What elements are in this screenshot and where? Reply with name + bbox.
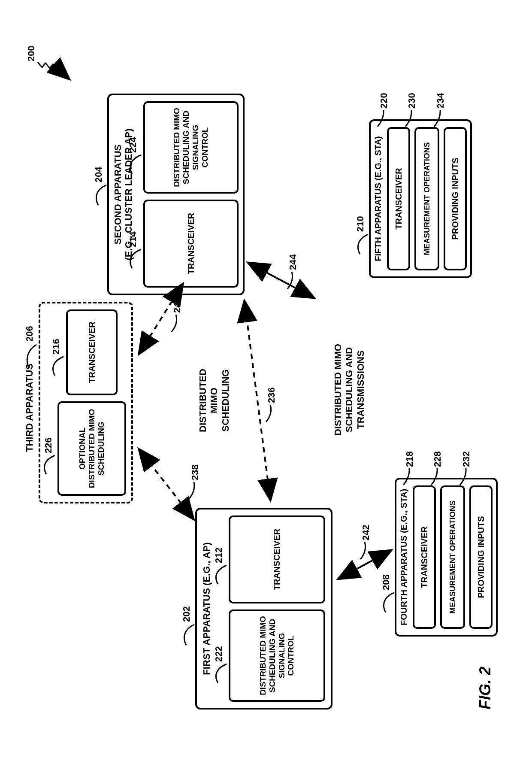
first-transceiver-box: TRANSCEIVER [229, 515, 325, 603]
ref-230: 230 [406, 93, 417, 109]
fifth-title: FIFTH APPARATUS (E.G., STA) [373, 121, 383, 276]
third-apparatus-box: OPTIONAL DISTRIBUTED MIMO SCHEDULING TRA… [39, 302, 133, 503]
ref-240: 240 [172, 297, 183, 313]
lower-label-l2: SCHEDULING AND [344, 347, 354, 432]
first-transceiver-label: TRANSCEIVER [272, 529, 282, 590]
svg-line-5 [249, 263, 313, 297]
fourth-apparatus-box: FOURTH APPARATUS (E.G., STA) TRANSCEIVER… [395, 478, 498, 637]
third-transceiver-box: TRANSCEIVER [66, 309, 118, 395]
ref-244: 244 [287, 254, 299, 270]
ref-226: 226 [43, 437, 54, 453]
ref-212: 212 [213, 547, 224, 563]
ref-222: 222 [213, 646, 224, 662]
second-transceiver-box: TRANSCEIVER [143, 200, 239, 288]
first-apparatus-box: FIRST APPARATUS (E.G., AP) DISTRIBUTED M… [195, 508, 332, 709]
first-title: FIRST APPARATUS (E.G., AP) [201, 509, 212, 708]
second-dmimo-box: DISTRIBUTED MIMO SCHEDULING AND SIGNALIN… [143, 101, 239, 194]
ref-236: 236 [266, 387, 277, 403]
ref-206: 206 [24, 326, 35, 342]
second-transceiver-label: TRANSCEIVER [186, 213, 196, 274]
lower-label-l3: TRANSMISSIONS [355, 350, 366, 429]
svg-line-1 [139, 450, 193, 518]
ref-208: 208 [381, 574, 392, 590]
center-label-l2: MIMO [209, 388, 219, 413]
fifth-apparatus-box: FIFTH APPARATUS (E.G., STA) TRANSCEIVER … [369, 119, 472, 278]
fifth-inputs-label: PROVIDING INPUTS [450, 158, 460, 240]
ref-204: 204 [93, 167, 104, 182]
lower-label-l1: DISTRIBUTED MIMO [332, 344, 343, 436]
center-label-l1: DISTRIBUTED [197, 369, 208, 432]
ref-216: 216 [51, 339, 62, 355]
second-dmimo-label: DISTRIBUTED MIMO SCHEDULING AND SIGNALIN… [172, 106, 209, 189]
fifth-meas-label: MEASUREMENT OPERATIONS [423, 142, 432, 255]
fifth-inputs-box: PROVIDING INPUTS [444, 127, 467, 270]
center-label-l3: SCHEDULING [220, 369, 231, 431]
fifth-meas-box: MEASUREMENT OPERATIONS [414, 127, 439, 270]
page: 200 OPTIONAL DISTRIBUTED MIMO SCHEDULING… [0, 0, 532, 758]
ref-220: 220 [378, 93, 390, 109]
third-title: THIRD APPARATUS [24, 364, 35, 452]
second-apparatus-box: SECOND APPARATUS (E.G., CLUSTER LEADER A… [107, 94, 245, 295]
fourth-transceiver-label: TRANSCEIVER [420, 526, 429, 588]
first-dmimo-box: DISTRIBUTED MIMO SCHEDULING AND SIGNALIN… [229, 609, 325, 702]
fourth-inputs-box: PROVIDING INPUTS [469, 485, 493, 629]
figure-label: FIG. 2 [476, 667, 494, 709]
ref-234: 234 [435, 93, 446, 109]
svg-line-0 [52, 64, 69, 79]
third-transceiver-label: TRANSCEIVER [87, 321, 97, 383]
ref-224: 224 [127, 137, 139, 153]
fourth-meas-box: MEASUREMENT OPERATIONS [440, 485, 465, 629]
fourth-transceiver-box: TRANSCEIVER [413, 485, 436, 629]
fifth-transceiver-box: TRANSCEIVER [387, 127, 410, 270]
ref-200: 200 [26, 45, 37, 61]
ref-214: 214 [127, 231, 139, 247]
fourth-title: FOURTH APPARATUS (E.G., STA) [399, 479, 409, 635]
diagram-canvas: 200 OPTIONAL DISTRIBUTED MIMO SCHEDULING… [21, 18, 511, 731]
ref-228: 228 [432, 451, 443, 467]
fourth-meas-label: MEASUREMENT OPERATIONS [448, 500, 457, 614]
third-optional-box: OPTIONAL DISTRIBUTED MIMO SCHEDULING [57, 401, 126, 496]
fourth-inputs-label: PROVIDING INPUTS [476, 516, 486, 598]
ref-238: 238 [190, 464, 201, 480]
ref-210: 210 [355, 216, 366, 232]
lower-label: DISTRIBUTED MIMO SCHEDULING AND TRANSMIS… [332, 334, 366, 446]
first-dmimo-label: DISTRIBUTED MIMO SCHEDULING AND SIGNALIN… [258, 614, 296, 697]
ref-242: 242 [360, 525, 372, 540]
second-title-l1: SECOND APPARATUS [112, 144, 123, 244]
center-label: DISTRIBUTED MIMO SCHEDULING [197, 362, 231, 439]
ref-218: 218 [404, 451, 415, 467]
fifth-transceiver-label: TRANSCEIVER [394, 168, 404, 229]
third-optional-label: OPTIONAL DISTRIBUTED MIMO SCHEDULING [78, 406, 106, 491]
ref-202: 202 [181, 606, 192, 622]
ref-232: 232 [461, 451, 472, 467]
